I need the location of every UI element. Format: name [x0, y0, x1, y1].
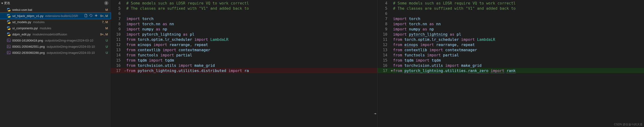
- code-content: from einops import rearrange, repeat: [393, 43, 644, 47]
- code-line[interactable]: 14from functools import partial: [378, 52, 644, 58]
- code-line[interactable]: 14from functools import partial: [111, 52, 377, 58]
- code-line[interactable]: 12from einops import rearrange, repeat: [111, 42, 377, 47]
- section-title: 更改: [4, 1, 104, 5]
- git-status-badge: 9+, M: [98, 33, 108, 36]
- file-row[interactable]: 00001-2050462551.pngoutputs\txt2img-imag…: [0, 43, 111, 50]
- code-line[interactable]: 17+from pytorch_lightning.utilities.rank…: [378, 68, 644, 73]
- code-content: from contextlib import contextmanager: [126, 48, 377, 52]
- file-name: webui-user.bat: [12, 8, 32, 12]
- line-number: 12: [378, 43, 391, 47]
- code-content: # Some models such as LDSR require VQ to…: [126, 1, 377, 6]
- file-path: extensions-builtin\LDSR: [45, 14, 83, 18]
- git-status-badge: 7, M: [98, 20, 108, 24]
- code-content: # The classes are suffixed with "V1" and…: [393, 6, 644, 11]
- file-name: 00001-2050462551.png: [12, 45, 45, 48]
- image-file-icon: [6, 51, 11, 55]
- svg-point-5: [8, 52, 8, 52]
- code-line[interactable]: 16from torchvision.utils import make_gri…: [111, 63, 377, 68]
- file-row[interactable]: ddpm_edit.pymodules\models\diffusion9+, …: [0, 31, 111, 37]
- line-number: 12: [111, 43, 124, 47]
- code-line[interactable]: 13from contextlib import contextmanager: [111, 47, 377, 52]
- diff-marker: +: [391, 68, 393, 73]
- image-file-icon: [6, 39, 11, 42]
- code-line[interactable]: 5# The classes are suffixed with "V1" an…: [111, 6, 377, 11]
- code-line[interactable]: 11from torch.optim.lr_scheduler import L…: [378, 37, 644, 42]
- changes-count-badge: 8: [104, 1, 108, 5]
- code-line[interactable]: 4# Some models such as LDSR require VQ t…: [378, 1, 644, 6]
- file-name: sd_hijack_ddpm_v1.py: [12, 14, 43, 18]
- code-line[interactable]: 7import torch: [111, 16, 377, 21]
- python-file-icon: [6, 20, 11, 24]
- line-number: 17: [111, 68, 124, 73]
- code-line[interactable]: 17-from pytorch_lightning.utilities.dist…: [111, 68, 377, 73]
- code-line[interactable]: 6: [378, 11, 644, 16]
- next-diff-arrow-icon[interactable]: →: [374, 111, 376, 116]
- git-status-badge: U: [98, 39, 108, 42]
- line-number: 5: [378, 6, 391, 11]
- code-line[interactable]: 4# Some models such as LDSR require VQ t…: [111, 1, 377, 6]
- line-number: 10: [111, 32, 124, 37]
- code-line[interactable]: 8import torch.nn as nn: [111, 21, 377, 27]
- code-line[interactable]: 15from tqdm import tqdm: [111, 58, 377, 63]
- line-number: 16: [111, 63, 124, 68]
- file-path: modules\models\diffusion: [32, 33, 98, 36]
- open-file-icon[interactable]: [84, 14, 88, 18]
- diff-original-pane[interactable]: 4# Some models such as LDSR require VQ t…: [111, 0, 377, 127]
- line-number: 15: [378, 58, 391, 63]
- svg-point-1: [8, 40, 8, 40]
- code-content: import pytorch_lightning as pl: [126, 32, 377, 37]
- file-row[interactable]: webui-user.batM: [0, 7, 111, 13]
- code-line[interactable]: 11from torch.optim.lr_scheduler import L…: [111, 37, 377, 42]
- image-file-icon: [6, 45, 11, 48]
- chevron-down-icon: ▾: [2, 2, 3, 5]
- code-line[interactable]: 15from tqdm import tqdm: [378, 58, 644, 63]
- code-line[interactable]: 9import numpy as np: [378, 27, 644, 32]
- code-content: # Some models such as LDSR require VQ to…: [393, 1, 644, 6]
- code-content: # The classes are suffixed with "V1" and…: [126, 6, 377, 11]
- diff-modified-pane[interactable]: 4# Some models such as LDSR require VQ t…: [377, 0, 644, 127]
- python-file-icon: [6, 8, 11, 12]
- code-content: from pytorch_lightning.utilities.distrib…: [126, 68, 377, 73]
- code-line[interactable]: 10import pytorch_lightning as pl: [378, 32, 644, 37]
- code-content: from pytorch_lightning.utilities.rank_ze…: [393, 68, 644, 73]
- file-row-actions: [84, 14, 98, 18]
- file-row[interactable]: sd_models.pymodules7, M: [0, 19, 111, 25]
- code-line[interactable]: 8import torch.nn as nn: [378, 21, 644, 27]
- stage-changes-icon[interactable]: [94, 14, 98, 18]
- line-number: 5: [111, 6, 124, 11]
- svg-rect-2: [7, 45, 10, 48]
- code-line[interactable]: 7import torch: [378, 16, 644, 21]
- code-content: import torch: [393, 17, 644, 21]
- code-line[interactable]: 9import numpy as np: [111, 27, 377, 32]
- code-line[interactable]: 5# The classes are suffixed with "V1" an…: [378, 6, 644, 11]
- file-name: ddpm_edit.py: [12, 33, 31, 36]
- code-line[interactable]: 12from einops import rearrange, repeat: [378, 42, 644, 47]
- file-row[interactable]: sd_hijack_ddpm_v1.pyextensions-builtin\L…: [0, 13, 111, 19]
- line-number: 8: [111, 22, 124, 26]
- code-content: from functools import partial: [393, 53, 644, 57]
- python-file-icon: [6, 32, 11, 36]
- code-content: from einops import rearrange, repeat: [126, 43, 377, 47]
- line-number: 9: [378, 27, 391, 31]
- code-content: from torch.optim.lr_scheduler import Lam…: [126, 37, 377, 42]
- diff-editor: 4# Some models such as LDSR require VQ t…: [111, 0, 644, 127]
- line-number: 6: [378, 11, 391, 16]
- code-line[interactable]: 6: [111, 11, 377, 16]
- code-line[interactable]: 13from contextlib import contextmanager: [378, 47, 644, 52]
- file-row[interactable]: ui_components.pyimodulesM: [0, 25, 111, 31]
- source-control-panel: ▾ 更改 8 webui-user.batMsd_hijack_ddpm_v1.…: [0, 0, 111, 127]
- line-number: 13: [111, 48, 124, 52]
- code-line[interactable]: 10import pytorch_lightning as pl: [111, 32, 377, 37]
- file-path: outputs\txt2img-images\2024-03-10: [47, 45, 98, 48]
- file-row[interactable]: 00000-161806418.pngoutputs\txt2img-image…: [0, 37, 111, 43]
- code-line[interactable]: 16from torchvision.utils import make_gri…: [378, 63, 644, 68]
- line-number: 14: [378, 53, 391, 57]
- changes-section-header[interactable]: ▾ 更改 8: [0, 0, 111, 7]
- discard-changes-icon[interactable]: [89, 14, 93, 18]
- svg-rect-0: [7, 39, 10, 42]
- git-status-badge: 9+, M: [98, 14, 108, 18]
- file-row[interactable]: 00002-2639360288.pngoutputs\txt2img-imag…: [0, 50, 111, 56]
- file-path: modules: [40, 27, 98, 30]
- code-content: import torch.nn as nn: [126, 22, 377, 26]
- line-number: 6: [111, 11, 124, 16]
